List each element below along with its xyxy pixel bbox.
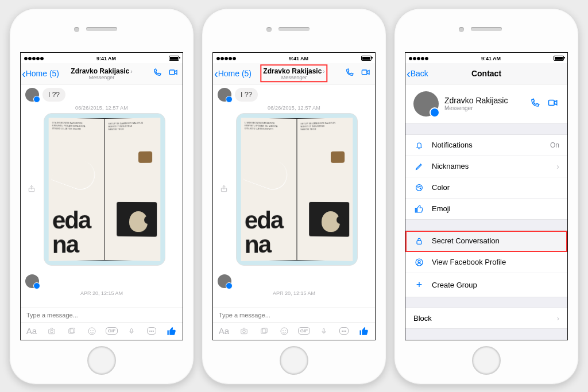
row-block[interactable]: Block › <box>405 308 567 329</box>
row-notifications[interactable]: Notifications On <box>405 135 567 156</box>
message-input[interactable] <box>218 311 370 319</box>
image-message[interactable]: U MJESECNOM FACEBOOKKREVETU POSAO SU MJE… <box>44 113 178 266</box>
text-format-button[interactable]: Aa <box>218 326 230 336</box>
svg-rect-12 <box>241 329 247 333</box>
video-icon[interactable] <box>547 98 559 110</box>
row-view-profile[interactable]: View Facebook Profile <box>405 252 567 273</box>
chat-screen: 9:41 AM ‹Home (5) Zdravko Rakijasic› Mes… <box>20 52 183 340</box>
lock-icon <box>413 236 425 246</box>
phone-mock-3: 9:41 AM ‹Back Contact Zdravko Rakijasic … <box>394 8 579 385</box>
home-button[interactable] <box>87 346 116 375</box>
contact-name: Zdravko Rakijasic <box>263 67 322 75</box>
row-create-group[interactable]: + Create Group <box>405 273 567 297</box>
row-meta: On <box>550 141 559 149</box>
photo-content: U MJESECNOM FACEBOOKKREVETU POSAO SU MJE… <box>44 113 165 266</box>
avatar[interactable] <box>25 88 39 102</box>
call-icon[interactable] <box>529 98 541 110</box>
like-icon[interactable] <box>165 326 178 336</box>
row-secret-conversation[interactable]: Secret Conversation <box>405 231 567 252</box>
status-time: 9:41 AM <box>481 56 501 61</box>
gif-button[interactable]: GIF <box>297 327 310 335</box>
row-color[interactable]: Color <box>405 177 567 199</box>
svg-point-22 <box>417 187 418 187</box>
battery-icon <box>169 56 179 61</box>
status-bar: 9:41 AM <box>21 53 183 63</box>
gif-button[interactable]: GIF <box>105 327 118 335</box>
avatar[interactable] <box>218 88 231 102</box>
gallery-icon[interactable] <box>65 327 78 335</box>
home-button[interactable] <box>280 346 308 375</box>
svg-rect-20 <box>549 100 555 105</box>
more-button[interactable]: ••• <box>145 327 158 335</box>
text-format-button[interactable]: Aa <box>25 326 38 336</box>
image-message[interactable]: U MJESECNOM FACEBOOKKREVETU POSAO SU MJE… <box>236 113 370 266</box>
row-label: Nicknames <box>432 162 469 170</box>
row-emoji[interactable]: Emoji <box>405 199 567 219</box>
signal-icon <box>409 57 428 60</box>
svg-rect-9 <box>131 328 133 332</box>
message-bubble[interactable]: I ?? <box>235 88 258 102</box>
back-label: Home (5) <box>26 69 59 78</box>
message-row: I ?? <box>213 84 375 103</box>
camera-icon[interactable] <box>45 327 58 335</box>
emoji-icon[interactable] <box>86 327 98 336</box>
contact-body[interactable]: Zdravko Rakijasic Messenger Notification… <box>405 84 567 340</box>
svg-point-7 <box>90 330 91 331</box>
share-icon[interactable] <box>28 184 36 195</box>
chevron-right-icon: › <box>556 162 559 171</box>
chat-body[interactable]: I ?? 06/26/2015, 12:57 AM U MJESECNOM FA… <box>213 84 375 308</box>
video-icon[interactable] <box>360 68 372 79</box>
contact-subtitle: Messenger <box>263 75 324 81</box>
svg-point-17 <box>283 330 283 331</box>
back-label: Home (5) <box>218 69 252 78</box>
avatar[interactable] <box>218 274 231 288</box>
contact-subtitle: Messenger <box>71 75 132 81</box>
status-time: 9:41 AM <box>96 56 116 61</box>
row-label: Create Group <box>432 281 477 289</box>
nav-title-button[interactable]: Zdravko Rakijasic› Messenger <box>261 65 327 81</box>
plus-icon: + <box>413 279 425 291</box>
like-icon[interactable] <box>358 326 370 336</box>
home-button[interactable] <box>472 346 501 375</box>
messenger-badge-icon <box>226 282 233 289</box>
chevron-right-icon: › <box>323 68 324 75</box>
svg-rect-0 <box>169 70 175 75</box>
camera-icon[interactable] <box>238 327 250 335</box>
contact-screen: 9:41 AM ‹Back Contact Zdravko Rakijasic … <box>405 52 568 340</box>
nav-title-button[interactable]: Zdravko Rakijasic› Messenger <box>71 65 132 81</box>
back-chevron-icon: ‹ <box>214 68 218 79</box>
contact-subtitle: Messenger <box>444 105 524 111</box>
svg-rect-2 <box>49 329 55 333</box>
back-button[interactable]: ‹Home (5) <box>21 68 59 79</box>
call-icon[interactable] <box>344 68 355 79</box>
photo-content: U MJESECNOM FACEBOOKKREVETU POSAO SU MJE… <box>236 113 358 266</box>
back-button[interactable]: ‹Home (5) <box>213 68 252 79</box>
settings-section-2: Secret Conversation View Facebook Profil… <box>405 230 567 297</box>
voice-icon[interactable] <box>125 327 138 336</box>
pencil-icon <box>413 162 425 171</box>
more-button[interactable]: ••• <box>338 327 350 335</box>
chat-body[interactable]: I ?? 06/26/2015, 12:57 AM U MJESECNOM FA… <box>21 84 183 308</box>
row-nicknames[interactable]: Nicknames › <box>405 156 567 177</box>
svg-rect-19 <box>323 328 325 332</box>
call-icon[interactable] <box>152 68 163 79</box>
video-icon[interactable] <box>168 68 179 79</box>
gallery-icon[interactable] <box>258 327 270 335</box>
message-input[interactable] <box>25 311 178 319</box>
phone-camera <box>459 27 464 32</box>
svg-point-3 <box>51 330 53 333</box>
phone-speaker <box>278 27 310 31</box>
svg-rect-10 <box>362 70 367 75</box>
avatar[interactable] <box>413 91 439 117</box>
back-button[interactable]: ‹Back <box>405 68 428 79</box>
avatar[interactable] <box>25 274 39 288</box>
row-label: Emoji <box>432 204 451 213</box>
emoji-icon[interactable] <box>278 327 291 336</box>
like-icon <box>413 204 425 214</box>
timestamp: APR 20, 12:15 AM <box>213 290 375 296</box>
voice-icon[interactable] <box>318 327 330 336</box>
message-bubble[interactable]: I ?? <box>42 88 65 102</box>
share-icon[interactable] <box>220 184 228 195</box>
back-chevron-icon: ‹ <box>22 68 26 79</box>
row-label: Secret Conversation <box>432 236 500 245</box>
